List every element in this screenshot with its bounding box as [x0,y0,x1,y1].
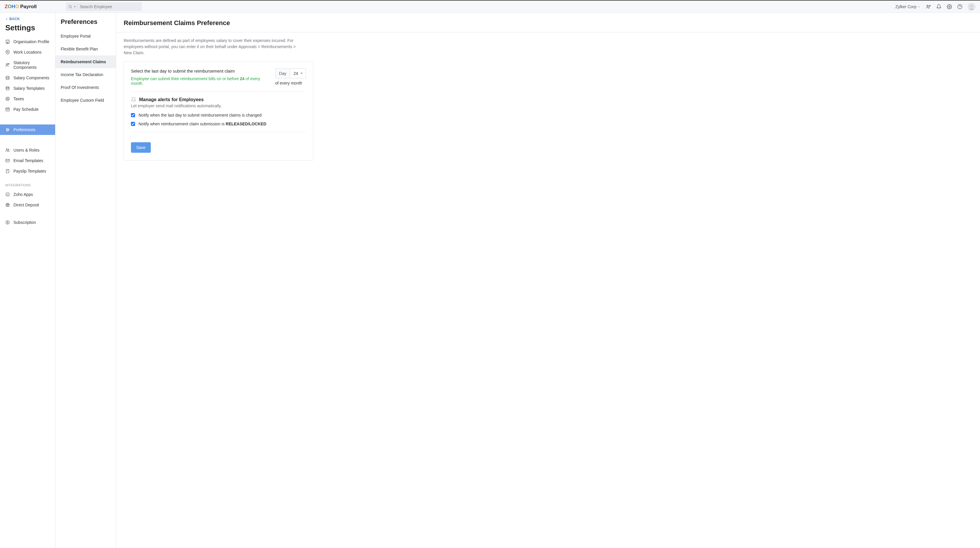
content-header: Reimbursement Claims Preference [116,13,980,32]
sidebar-item-statutory-components[interactable]: Statutory Components [0,57,55,73]
day-label-box: Day [275,68,290,78]
svg-point-0 [69,5,71,8]
sidebar-item-label: Zoho Apps [13,192,33,197]
svg-point-35 [8,129,9,130]
sidebar-item-salary-templates[interactable]: Salary Templates [0,83,55,94]
back-link[interactable]: BACK [0,17,55,23]
sidebar-item-label: Statutory Components [13,60,50,70]
alerts-description: Let employer send mail notifications aut… [131,103,306,108]
subnav-title: Preferences [56,18,116,30]
gear-icon[interactable] [947,4,952,10]
svg-point-9 [970,5,973,7]
sidebar-item-work-locations[interactable]: Work Locations [0,47,55,57]
field-label-last-day: Select the last day to submit the reimbu… [131,68,269,73]
svg-text:₹: ₹ [7,109,8,111]
help-icon[interactable] [957,4,963,10]
svg-point-36 [7,130,8,131]
subnav-item-flexible-benefit-plan[interactable]: Flexible Benefit Plan [56,43,116,56]
svg-text:Z: Z [7,194,8,195]
sidebar-item-preferences[interactable]: Preferences [0,124,55,135]
subnav-item-employee-portal[interactable]: Employee Portal [56,30,116,43]
sidebar-item-label: Taxes [13,97,24,101]
svg-rect-39 [6,159,10,162]
preferences-subnav: Preferences Employee Portal Flexible Ben… [56,13,116,548]
sidebar-item-label: Email Templates [13,158,43,163]
bell-icon[interactable] [936,4,942,10]
sidebar-item-salary-components[interactable]: Salary Components [0,73,55,83]
checkbox-row-notify-last-day-changed[interactable]: Notify when the last day to submit reimb… [131,113,306,118]
search-scope-caret[interactable]: ▾ [74,5,76,8]
sidebar-item-label: Payslip Templates [13,169,46,173]
sidebar-item-label: Organisation Profile [13,39,49,44]
sidebar-item-users-roles[interactable]: Users & Roles [0,145,55,156]
svg-line-1 [71,7,72,8]
sidebar-item-subscription[interactable]: Subscription [0,217,55,228]
svg-point-2 [927,5,928,6]
svg-point-37 [6,149,7,150]
day-value: 24 [293,71,298,76]
sidebar-item-taxes[interactable]: Taxes [0,94,55,104]
day-picker: Day 24 of every month [275,68,306,86]
sidebar-item-label: Preferences [13,127,35,132]
topbar-right: Zylker Corp [896,3,975,11]
sidebar-item-direct-deposit[interactable]: Direct Deposit [0,200,55,210]
svg-point-17 [6,64,8,65]
save-button[interactable]: Save [131,142,151,153]
avatar[interactable] [968,3,975,11]
svg-point-20 [6,87,10,88]
checkbox-label: Notify when the last day to submit reimb… [138,113,262,118]
sidebar-item-email-templates[interactable]: Email Templates [0,156,55,166]
svg-point-6 [949,6,950,7]
org-name: Zylker Corp [896,4,916,9]
divider [77,4,78,9]
settings-title: Settings [0,23,55,37]
sidebar-item-label: Direct Deposit [13,203,39,207]
subnav-item-reimbursement-claims[interactable]: Reimbursement Claims [56,56,116,68]
svg-point-7 [958,4,962,9]
svg-rect-10 [6,40,10,43]
sidebar-item-label: Work Locations [13,50,41,54]
sidebar-item-payslip-templates[interactable]: ₹ Payslip Templates [0,166,55,176]
page-description: Reimbursements are defined as part of em… [124,38,304,56]
hint-text: Employee can submit their reimbursement … [131,76,260,86]
subnav-item-proof-of-investments[interactable]: Proof Of Investments [56,81,116,94]
topbar: ZOHO Payroll ▾ Zylker Corp [0,0,980,13]
alerts-header: Manage alerts for Employees [131,97,306,102]
checkbox-notify-released-locked[interactable] [131,122,135,126]
brand-name: Payroll [20,4,37,10]
logo[interactable]: ZOHO Payroll [5,4,37,10]
sidebar-item-label: Salary Components [13,76,49,80]
search-icon [68,5,72,9]
separator [131,132,306,132]
search-input[interactable] [80,4,139,9]
org-switcher[interactable]: Zylker Corp [896,4,921,9]
alerts-title: Manage alerts for Employees [139,97,204,102]
preference-card: Select the last day to submit the reimbu… [124,61,313,160]
svg-text:₹: ₹ [7,170,8,172]
sidebar-item-organisation-profile[interactable]: Organisation Profile [0,37,55,47]
content: Reimbursement Claims Preference Reimburs… [116,13,980,548]
svg-point-3 [929,5,930,6]
bell-ring-icon [131,97,136,102]
sidebar-item-label: Subscription [13,220,36,225]
svg-point-18 [8,63,10,64]
sidebar-item-zoho-apps[interactable]: Z Zoho Apps [0,189,55,200]
sidebar-item-label: Pay Schedule [13,107,38,112]
sidebar-item-label: Salary Templates [13,86,45,91]
page-title: Reimbursement Claims Preference [124,19,972,27]
svg-point-34 [6,128,7,129]
svg-point-19 [6,76,10,77]
subnav-item-income-tax-declaration[interactable]: Income Tax Declaration [56,68,116,81]
subnav-item-employee-custom-field[interactable]: Employee Custom Field [56,94,116,107]
day-select[interactable]: 24 [290,68,306,78]
refer-icon[interactable] [926,4,931,10]
search-container[interactable]: ▾ [66,2,142,11]
sidebar-section-integrations: INTEGRATIONS [0,176,55,189]
day-sub-label: of every month [275,81,302,86]
chevron-down-icon [918,5,921,8]
svg-point-38 [8,149,9,150]
sidebar-item-label: Users & Roles [13,148,40,152]
checkbox-notify-last-day-changed[interactable] [131,113,135,117]
sidebar-item-pay-schedule[interactable]: ₹ Pay Schedule [0,104,55,114]
checkbox-row-notify-released-locked[interactable]: Notify when reimbursement claim submissi… [131,122,306,126]
